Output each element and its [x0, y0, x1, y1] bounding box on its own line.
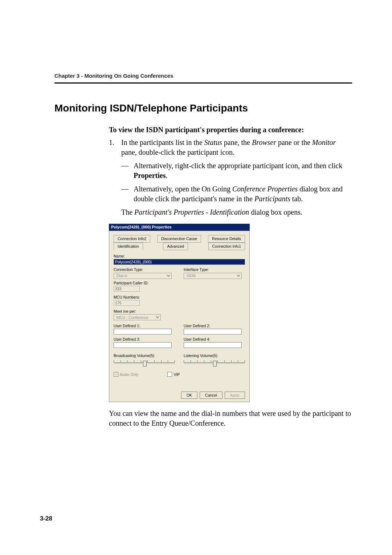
- mcu-numbers-field[interactable]: [114, 300, 140, 306]
- name-label: Name:: [114, 254, 245, 259]
- broadcast-volume-slider[interactable]: [114, 360, 175, 366]
- text: Alternatively, open the On Going: [134, 185, 232, 193]
- bullet-dash: —: [121, 184, 134, 194]
- ud2-field[interactable]: [184, 329, 242, 335]
- text: The: [121, 208, 134, 216]
- bullet-dash: —: [121, 161, 134, 171]
- checkbox-icon: ✓: [114, 372, 118, 377]
- text: tab.: [290, 195, 303, 203]
- ud2-label: User Defined 2:: [184, 323, 245, 328]
- broadcast-volume-label: Broadcasting Volume(5): [114, 353, 175, 358]
- text: pane, double-click the participant icon.: [121, 148, 234, 156]
- page-number: 3-28: [40, 515, 52, 522]
- ud4-field[interactable]: [184, 342, 242, 348]
- properties-word: Properties: [134, 171, 166, 179]
- name-field[interactable]: [114, 259, 245, 265]
- checkbox-icon: [167, 372, 172, 377]
- dialog-name: Participant's Properties - Identificatio…: [134, 208, 249, 216]
- dialog-titlebar: Polycom(2428)_(000) Properties: [109, 224, 250, 231]
- body-paragraph: You can view the name and the dial-in nu…: [109, 409, 352, 428]
- ud3-field[interactable]: [114, 342, 172, 348]
- cancel-button[interactable]: Cancel: [200, 392, 222, 399]
- text: dialog box opens.: [249, 208, 302, 216]
- browser-word: Browser: [252, 138, 276, 146]
- connection-type-select[interactable]: Dial-in: [114, 273, 172, 279]
- dialog-opens-text: The Participant's Properties - Identific…: [121, 207, 352, 217]
- conf-props-word: Conference Properties: [232, 185, 298, 193]
- participants-word: Participants: [254, 195, 290, 203]
- vip-checkbox[interactable]: VIP: [167, 372, 180, 377]
- ud1-label: User Defined 1:: [114, 323, 175, 328]
- meet-me-per-label: Meet me per:: [114, 309, 245, 314]
- section-heading: Monitoring ISDN/Telephone Participants: [54, 102, 352, 114]
- listening-volume-label: Listening Volume(5): [184, 353, 245, 358]
- caller-id-label: Participant Caller ID:: [114, 280, 245, 285]
- tab-connection-info1[interactable]: Connection Info1: [208, 243, 245, 250]
- monitor-word: Monitor: [312, 138, 336, 146]
- tab-connection-info2[interactable]: Connection Info2: [114, 235, 150, 243]
- tab-advanced[interactable]: Advanced: [163, 243, 188, 250]
- chapter-header: Chapter 3 - Monitoring On Going Conferen…: [54, 73, 352, 84]
- apply-button[interactable]: Apply: [225, 392, 245, 399]
- text: .: [166, 171, 168, 179]
- text: In the participants list in the: [121, 138, 204, 146]
- ok-button[interactable]: OK: [181, 392, 197, 399]
- listening-volume-slider[interactable]: [184, 360, 245, 366]
- status-word: Status: [204, 138, 222, 146]
- step-number: 1.: [109, 138, 121, 147]
- tab-disconnection-cause[interactable]: Disconnection Cause: [157, 235, 201, 243]
- tab-resource-details[interactable]: Resource Details: [208, 235, 245, 243]
- mcu-numbers-label: MCU Numbers:: [114, 295, 245, 300]
- text: Alternatively, right-click the appropria…: [134, 162, 342, 170]
- interface-type-select[interactable]: ISDN: [184, 273, 242, 279]
- vip-label: VIP: [173, 372, 180, 377]
- connection-type-label: Connection Type:: [114, 267, 175, 272]
- audio-only-label: Audio Only: [120, 372, 138, 377]
- ud1-field[interactable]: [114, 329, 172, 335]
- properties-dialog: Polycom(2428)_(000) Properties Connectio…: [109, 224, 250, 402]
- audio-only-checkbox[interactable]: ✓ Audio Only: [114, 372, 138, 377]
- ud3-label: User Defined 3:: [114, 337, 175, 342]
- caller-id-field[interactable]: [114, 286, 140, 292]
- tab-identification[interactable]: Identification: [114, 243, 143, 250]
- text: pane, the: [222, 138, 252, 146]
- text: pane or the: [276, 138, 312, 146]
- ud4-label: User Defined 4:: [184, 337, 245, 342]
- alt-1: Alternatively, right-click the appropria…: [134, 161, 352, 181]
- procedure-title: To view the ISDN participant's propertie…: [109, 125, 352, 135]
- meet-me-per-select[interactable]: MCU - Conference: [114, 314, 161, 320]
- interface-type-label: Interface Type:: [184, 267, 245, 272]
- alt-2: Alternatively, open the On Going Confere…: [134, 184, 352, 204]
- step-body: In the participants list in the Status p…: [121, 138, 352, 157]
